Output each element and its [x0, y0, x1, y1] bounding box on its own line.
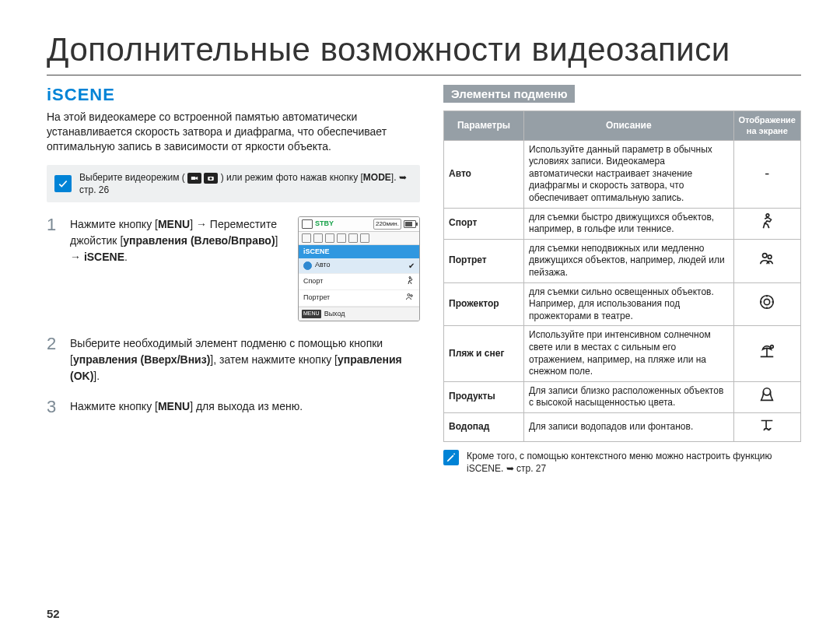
mode-icons2: [204, 173, 218, 184]
table-row: Авто Используйте данный параметр в обычн…: [444, 140, 801, 208]
radio-selected-icon: [303, 261, 312, 270]
page-number: 52: [47, 607, 60, 620]
intro-paragraph: На этой видеокамере со встроенной память…: [47, 110, 420, 154]
table-row: Портрет для съемки неподвижных или медле…: [444, 239, 801, 282]
table-row: Водопад Для записи водопадов или фонтано…: [444, 412, 801, 441]
osd-item-auto: Авто ✔: [299, 258, 419, 274]
osd-footer: MENU Выход: [299, 307, 419, 321]
svg-point-7: [763, 254, 768, 258]
col-param: Параметры: [444, 111, 524, 141]
step-1-text: Нажмите кнопку [MENU] → Переместите джой…: [70, 216, 287, 265]
submenu-header: Элементы подменю: [443, 85, 575, 103]
sport-icon: [733, 208, 800, 239]
pencil-icon: [443, 450, 459, 465]
menu-badge: MENU: [302, 310, 321, 318]
portrait-icon: [733, 239, 800, 282]
svg-point-4: [408, 293, 410, 296]
table-row: Прожектор для съемки сильно освещенных о…: [444, 282, 801, 326]
steps-list: 1 Нажмите кнопку [MENU] → Переместите дж…: [47, 216, 420, 416]
spotlight-icon: [733, 282, 800, 326]
step-2: 2 Выберите необходимый элемент подменю с…: [47, 335, 420, 384]
step-2-text: Выберите необходимый элемент подменю с п…: [70, 335, 420, 384]
svg-point-10: [765, 299, 770, 304]
waterfall-icon: [733, 412, 800, 441]
table-row: Спорт для съемки быстро движущихся объек…: [444, 208, 801, 239]
svg-point-2: [210, 177, 212, 179]
right-column: Элементы подменю Параметры Описание Отоб…: [443, 85, 801, 475]
footnote: Кроме того, с помощью контекстного меню …: [443, 450, 801, 475]
photo-icon: [204, 173, 218, 184]
remaining-time: 220мин.: [373, 219, 401, 230]
osd-status-icons: [299, 232, 419, 245]
svg-point-5: [411, 294, 413, 296]
svg-point-8: [768, 255, 772, 259]
step-1: 1 Нажмите кнопку [MENU] → Переместите дж…: [47, 216, 420, 321]
svg-rect-0: [191, 176, 195, 179]
col-desc: Описание: [524, 111, 734, 141]
two-column-layout: iSCENE На этой видеокамере со встроенной…: [47, 85, 801, 475]
battery-icon: [404, 220, 416, 228]
auto-icon: -: [733, 140, 800, 208]
exit-label: Выход: [324, 309, 345, 320]
osd-figure: STBY 220мин.: [298, 216, 420, 321]
left-column: iSCENE На этой видеокамере со встроенной…: [47, 85, 420, 475]
section-title: iSCENE: [47, 85, 420, 105]
manual-page: Дополнительные возможности видеозаписи i…: [0, 0, 840, 642]
video-icon: [187, 173, 201, 184]
osd-item-portrait: Портрет: [299, 290, 419, 307]
step-3-text: Нажмите кнопку [MENU] для выхода из меню…: [70, 398, 420, 416]
check-icon: [54, 175, 72, 192]
note-box: Выберите видеорежим ( ) или режим фото н…: [47, 165, 420, 202]
step-3: 3 Нажмите кнопку [MENU] для выхода из ме…: [47, 398, 420, 416]
card-icon: [302, 219, 313, 229]
beach-icon: [733, 326, 800, 381]
svg-point-6: [766, 214, 769, 217]
osd-category: iSCENE: [299, 245, 419, 258]
col-display: Отображение на экране: [733, 111, 800, 141]
table-row: Продукты Для записи близко расположенных…: [444, 381, 801, 412]
submenu-table: Параметры Описание Отображение на экране…: [443, 111, 801, 442]
note-text: Выберите видеорежим ( ) или режим фото н…: [79, 171, 412, 196]
osd-item-sport: Спорт: [299, 274, 419, 290]
title-divider: [47, 75, 801, 75]
sport-glyph: [405, 275, 415, 288]
page-title: Дополнительные возможности видеозаписи: [47, 31, 801, 68]
portrait-glyph: [405, 292, 415, 304]
food-icon: [733, 381, 800, 412]
svg-point-9: [761, 295, 774, 308]
stby-label: STBY: [315, 219, 334, 230]
check-glyph: ✔: [408, 260, 415, 272]
table-row: Пляж и снег Используйте при интенсивном …: [444, 326, 801, 381]
svg-point-12: [764, 388, 771, 395]
mode-icons: [187, 173, 201, 184]
svg-point-11: [771, 346, 774, 349]
